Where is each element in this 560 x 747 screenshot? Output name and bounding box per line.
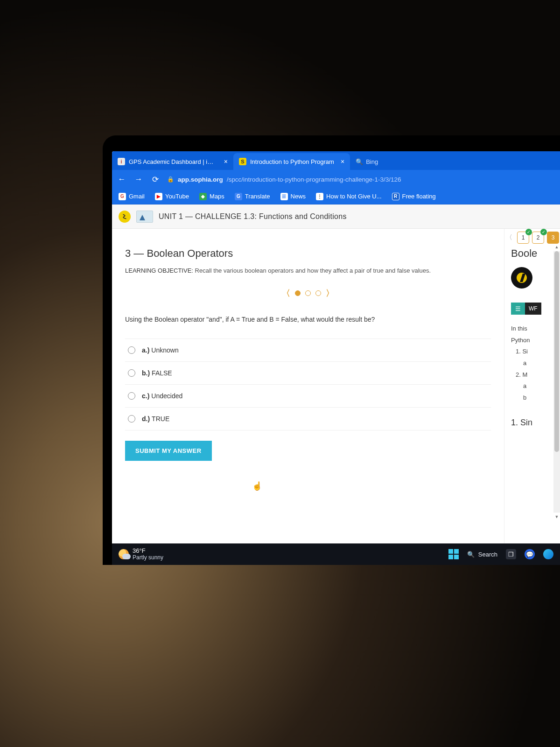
taskbar-search[interactable]: 🔍 Search — [467, 551, 497, 558]
favicon-icam: i — [118, 158, 125, 165]
sidebar-footer: 1. Sin — [511, 418, 560, 428]
forward-button[interactable]: → — [133, 175, 144, 184]
question-pager: 〈 1 2 3 — [504, 232, 560, 244]
taskbar-search-label: Search — [478, 551, 497, 558]
tab-search-label: Bing — [366, 158, 378, 165]
weather-desc: Partly sunny — [133, 555, 163, 561]
slide-dot-2[interactable] — [305, 290, 311, 296]
sophia-badge-icon — [511, 267, 532, 289]
bookmark-label: YouTube — [165, 193, 189, 200]
favicon-sophia: S — [239, 158, 246, 165]
scrollbar[interactable]: ▲ ▼ — [553, 251, 560, 513]
question-text: Using the Boolean operator "and", if A =… — [125, 315, 491, 324]
bookmark-maps[interactable]: ◆Maps — [199, 193, 224, 200]
translate-icon: G — [235, 193, 242, 200]
pager-item-2[interactable]: 2 — [532, 232, 544, 244]
weather-temp: 36°F — [133, 548, 163, 554]
tab-intro-python[interactable]: S Introduction to Python Program × — [233, 153, 350, 170]
taskbar-weather[interactable]: 36°F Partly sunny — [119, 548, 163, 560]
tab-search-bing[interactable]: 🔍 Bing — [350, 153, 384, 170]
unit-header: UNIT 1 — CHALLENGE 1.3: Functions and Co… — [112, 204, 560, 229]
sidebar-title: Boole — [511, 247, 560, 260]
lesson-sidebar: Boole ☰ WF In this Python 1. Si a 2. M a… — [504, 229, 560, 543]
screen: i GPS Academic Dashboard | iCam × S Intr… — [112, 151, 560, 565]
laptop-frame: i GPS Academic Dashboard | iCam × S Intr… — [103, 135, 560, 565]
option-b[interactable]: b.)FALSE — [125, 361, 491, 384]
answer-options: a.)Unknown b.)FALSE c.)Undecided d.)TRUE — [125, 338, 491, 430]
chat-icon[interactable]: 💬 — [525, 549, 535, 559]
contents-button[interactable]: ☰ WF — [511, 303, 560, 315]
generic-icon: ⋮ — [316, 193, 323, 200]
sidebar-text: In this Python 1. Si a 2. M a b — [511, 323, 560, 404]
url-field[interactable]: 🔒 app.sophia.org/spcc/introduction-to-py… — [167, 176, 555, 183]
windows-taskbar: 36°F Partly sunny 🔍 Search ❐ 💬 — [112, 543, 560, 565]
slide-dot-3[interactable] — [315, 290, 321, 296]
page-content: UNIT 1 — CHALLENGE 1.3: Functions and Co… — [112, 204, 560, 543]
bookmarks-bar: GGmail ▶YouTube ◆Maps GTranslate ☰News ⋮… — [112, 189, 560, 204]
bookmark-free-floating[interactable]: RFree floating — [392, 193, 436, 200]
lock-icon: 🔒 — [167, 176, 174, 183]
submit-answer-button[interactable]: SUBMIT MY ANSWER — [125, 441, 212, 461]
option-label: d.)TRUE — [142, 415, 169, 423]
option-label: b.)FALSE — [142, 369, 172, 377]
bookmark-translate[interactable]: GTranslate — [235, 193, 270, 200]
bookmark-label: Free floating — [402, 193, 436, 200]
bookmark-gmail[interactable]: GGmail — [119, 193, 145, 200]
learning-objective: LEARNING OBJECTIVE: Recall the various b… — [125, 266, 491, 275]
bookmark-news[interactable]: ☰News — [280, 193, 306, 200]
reload-button[interactable]: ⟳ — [150, 175, 161, 184]
bookmark-label: How to Not Give U... — [326, 193, 381, 200]
bookmark-label: Maps — [210, 193, 224, 200]
close-icon[interactable]: × — [338, 158, 344, 165]
scroll-thumb[interactable] — [554, 251, 559, 452]
list-icon: ☰ — [511, 303, 525, 315]
edge-icon[interactable] — [543, 549, 553, 559]
lo-text: Recall the various boolean operators and… — [193, 267, 431, 274]
pager-item-1[interactable]: 1 — [517, 232, 529, 244]
weather-icon — [119, 549, 129, 559]
question-panel: 3 — Boolean Operators LEARNING OBJECTIVE… — [112, 229, 504, 543]
contents-label: WF — [525, 303, 541, 315]
radio-icon — [128, 392, 135, 400]
option-label: a.)Unknown — [142, 346, 179, 354]
maps-icon: ◆ — [199, 193, 207, 200]
option-c[interactable]: c.)Undecided — [125, 384, 491, 407]
section-title: 3 — Boolean Operators — [125, 247, 491, 260]
radio-icon — [128, 346, 135, 354]
address-bar: ← → ⟳ 🔒 app.sophia.org/spcc/introduction… — [112, 170, 560, 189]
option-label: c.)Undecided — [142, 392, 182, 400]
slide-dot-1[interactable] — [295, 290, 301, 296]
bookmark-how-to-not-give-u[interactable]: ⋮How to Not Give U... — [316, 193, 381, 200]
cursor-hand-icon: ☝ — [252, 481, 262, 491]
search-icon: 🔍 — [467, 551, 475, 558]
option-a[interactable]: a.)Unknown — [125, 338, 491, 361]
search-icon: 🔍 — [356, 158, 363, 165]
tab-title: Introduction to Python Program — [250, 158, 334, 165]
slide-prev[interactable]: 〈 — [282, 288, 290, 299]
reddit-icon: R — [392, 193, 399, 200]
bookmark-label: Gmail — [129, 193, 145, 200]
start-button[interactable] — [448, 549, 459, 559]
close-icon[interactable]: × — [221, 158, 228, 165]
news-icon: ☰ — [280, 193, 288, 200]
pager-prev[interactable]: 〈 — [504, 233, 514, 242]
option-d[interactable]: d.)TRUE — [125, 407, 491, 430]
gmail-icon: G — [119, 193, 126, 200]
lo-label: LEARNING OBJECTIVE: — [125, 267, 193, 274]
unit-title: UNIT 1 — CHALLENGE 1.3: Functions and Co… — [159, 212, 347, 221]
task-view-icon[interactable]: ❐ — [506, 549, 516, 559]
scroll-up-icon[interactable]: ▲ — [553, 245, 560, 249]
slide-next[interactable]: 〉 — [326, 288, 334, 299]
pager-item-3[interactable]: 3 — [547, 232, 559, 244]
scroll-down-icon[interactable]: ▼ — [553, 514, 560, 519]
url-path: /spcc/introduction-to-python-programming… — [227, 176, 401, 183]
url-host: app.sophia.org — [178, 176, 223, 183]
radio-icon — [128, 369, 135, 377]
bookmark-label: News — [291, 193, 306, 200]
back-button[interactable]: ← — [117, 175, 127, 184]
course-thumb-icon[interactable] — [136, 211, 153, 223]
sophia-logo-icon[interactable] — [119, 211, 131, 223]
tab-gps-dashboard[interactable]: i GPS Academic Dashboard | iCam × — [112, 153, 233, 170]
slide-dots: 〈 〉 — [125, 288, 491, 299]
bookmark-youtube[interactable]: ▶YouTube — [155, 193, 189, 200]
